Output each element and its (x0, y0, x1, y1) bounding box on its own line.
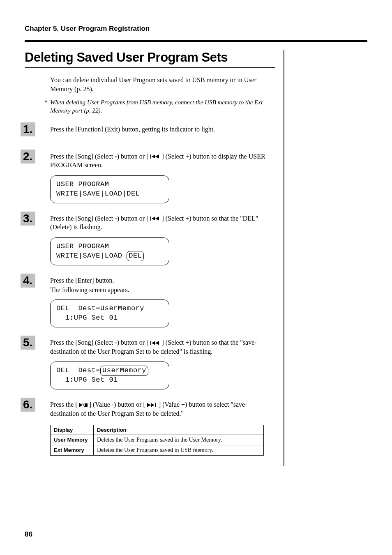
svg-marker-12 (147, 403, 151, 407)
table-cell-description: Deletes the User Programs saved in the U… (94, 435, 264, 445)
table-header-description: Description (94, 425, 264, 435)
svg-rect-3 (150, 216, 151, 221)
svg-marker-8 (155, 341, 159, 345)
lcd-screen: DEL Dest=UserMemory 1:UPG Set 01 (50, 362, 169, 389)
step-subtext: The following screen appears. (50, 286, 275, 294)
step-text-pre: Press the [Song] (Select -) button or [ (50, 153, 150, 160)
lcd-part: WRITE|SAVE|LOAD (56, 252, 122, 260)
svg-rect-11 (85, 403, 88, 407)
step-number-badge: 5. (21, 336, 37, 351)
table-row: Ext Memory Deletes the User Programs sav… (51, 445, 264, 455)
lcd-line-1: DEL Dest=UserMemory (56, 366, 163, 375)
lcd-highlight: UserMemory (100, 366, 148, 376)
lcd-highlight: DEL (127, 251, 144, 261)
intro-text: You can delete individual User Program s… (50, 76, 275, 93)
step-number-badge: 2. (21, 150, 37, 165)
lcd-line-2: 1:UPG Set 01 (56, 375, 163, 385)
description-table: Display Description User Memory Deletes … (50, 425, 264, 456)
asterisk-icon: * (44, 98, 48, 106)
step-5: 5. Press the [Song] (Select -) button or… (25, 338, 275, 389)
table-row: User Memory Deletes the User Programs sa… (51, 435, 264, 445)
step-3: 3. Press the [Song] (Select -) button or… (25, 214, 275, 265)
content-wrap: Deleting Saved User Program Sets You can… (25, 50, 367, 466)
vertical-divider (284, 50, 284, 466)
page-number: 86 (25, 530, 32, 539)
svg-marker-9 (79, 403, 83, 407)
step-number-text: 5. (21, 336, 32, 349)
step-text-pre: Press the [Song] (Select -) button or [ (50, 339, 150, 346)
section-title: Deleting Saved User Program Sets (25, 50, 275, 68)
divider-top (25, 40, 367, 42)
lcd-line-1: USER PROGRAM (56, 180, 163, 189)
svg-line-10 (83, 403, 85, 407)
rewind-icon (150, 216, 160, 221)
step-4: 4. Press the [Enter] button. The followi… (25, 276, 275, 327)
step-number-text: 6. (21, 398, 32, 411)
play-stop-icon (79, 403, 88, 407)
step-6: 6. Press the [ ] (Value -) button or [ ]… (25, 400, 275, 455)
step-number-text: 2. (21, 150, 32, 163)
step-number-badge: 4. (21, 274, 37, 289)
svg-rect-14 (155, 403, 156, 407)
step-text: Press the [Song] (Select -) button or [ … (50, 214, 275, 232)
rewind-icon (150, 341, 160, 345)
note-body: When deleting User Programs from USB mem… (50, 99, 263, 114)
lcd-line-2: 1:UPG Set 01 (56, 313, 163, 323)
step-text: Press the [ ] (Value -) button or [ ] (V… (50, 400, 275, 418)
table-header-row: Display Description (51, 425, 264, 435)
rewind-icon (150, 154, 160, 159)
lcd-line-1: DEL Dest=UserMemory (56, 304, 163, 313)
svg-rect-6 (150, 341, 151, 345)
svg-marker-2 (155, 154, 159, 159)
lcd-line-2: WRITE|SAVE|LOAD DEL (56, 251, 163, 261)
lcd-line-2: WRITE|SAVE|LOAD|DEL (56, 189, 163, 199)
lcd-screen: USER PROGRAM WRITE|SAVE|LOAD|DEL (50, 175, 169, 203)
svg-marker-7 (152, 341, 155, 345)
step-text: Press the [Function] (Exit) button, gett… (50, 125, 275, 134)
lcd-screen: USER PROGRAM WRITE|SAVE|LOAD DEL (50, 237, 169, 265)
table-cell-description: Deletes the User Programs saved in USB m… (94, 445, 264, 455)
step-text: Press the [Song] (Select -) button or [ … (50, 338, 275, 356)
step-2: 2. Press the [Song] (Select -) button or… (25, 152, 275, 203)
lcd-line-1: USER PROGRAM (56, 242, 163, 251)
svg-marker-13 (151, 403, 154, 407)
note-text: * When deleting User Programs from USB m… (50, 98, 275, 115)
step-number-badge: 6. (21, 398, 37, 413)
svg-rect-0 (150, 154, 151, 159)
chapter-header: Chapter 5. User Program Registration (25, 25, 367, 33)
table-cell-display: Ext Memory (51, 445, 94, 455)
step-text: Press the [Song] (Select -) button or [ … (50, 152, 275, 170)
table-cell-display: User Memory (51, 435, 94, 445)
step-text: Press the [Enter] button. (50, 276, 275, 285)
svg-marker-4 (152, 216, 155, 221)
lcd-part: DEL Dest= (56, 366, 100, 374)
step-text-pre: Press the [ (50, 401, 79, 408)
step-text-pre: Press the [Song] (Select -) button or [ (50, 215, 150, 222)
svg-marker-1 (152, 154, 155, 159)
step-number-badge: 1. (21, 122, 37, 138)
table-header-display: Display (51, 425, 94, 435)
step-text-mid: ] (Value -) button or [ (88, 401, 147, 408)
step-number-text: 3. (21, 212, 32, 225)
step-number-text: 1. (21, 122, 32, 136)
svg-marker-5 (155, 216, 159, 221)
step-number-badge: 3. (21, 212, 37, 227)
lcd-screen: DEL Dest=UserMemory 1:UPG Set 01 (50, 299, 169, 327)
step-1: 1. Press the [Function] (Exit) button, g… (25, 125, 275, 141)
main-column: Deleting Saved User Program Sets You can… (25, 50, 275, 466)
step-number-text: 4. (21, 274, 32, 287)
fast-forward-icon (147, 403, 157, 407)
